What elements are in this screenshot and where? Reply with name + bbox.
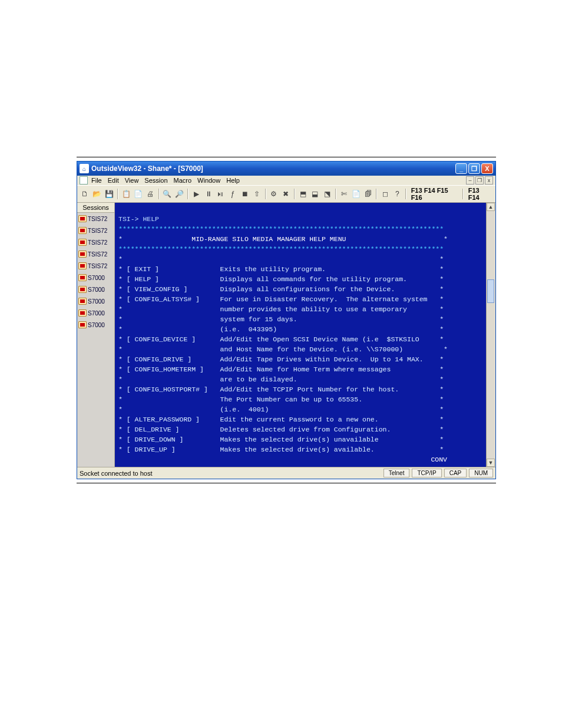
session-item[interactable]: S7000 [77,307,114,319]
window-icon[interactable]: ◻ [379,188,391,200]
terminal-heading: MID-RANGE SILO MEDIA MANAGER HELP MENU [123,235,346,243]
terminal-icon [78,227,87,234]
doc-icon[interactable]: 📄 [351,188,362,200]
settings-icon[interactable]: ⚙ [269,188,280,200]
zoomin-icon[interactable]: 🔍 [162,188,173,200]
status-bar: Socket connected to host Telnet TCP/IP C… [77,467,495,479]
session-item-label: S7000 [88,286,105,293]
menu-session[interactable]: Session [144,177,167,184]
disconnect-icon[interactable]: ✖ [280,188,292,200]
session-item-label: TSIS72 [88,228,107,234]
session-item[interactable]: S7000 [77,295,114,307]
mdi-child-bar: File Edit View Session Macro Window Help… [77,176,495,185]
fkeys-group-2[interactable]: F13 F14 [466,187,493,201]
terminal-icon [78,262,87,269]
minimize-button[interactable]: _ [455,163,467,174]
sessions-panel: Sessions TSIS72TSIS72TSIS72TSIS72TSIS72S… [77,203,115,467]
toolbar-separator [462,189,464,199]
terminal-icon [78,321,87,328]
paste-icon[interactable]: 📄 [133,188,144,200]
macro-pause-icon[interactable]: ⏸ [203,188,214,200]
maximize-button[interactable]: ❐ [468,163,480,174]
session-item-label: TSIS72 [88,216,107,222]
mdi-close-button[interactable]: x [485,176,493,185]
open-icon[interactable]: 📂 [92,188,103,200]
menubar: File Edit View Session Macro Window Help [88,176,243,185]
status-cell-transport: TCP/IP [412,469,441,477]
macro-stop-icon[interactable]: ⏹ [239,188,250,200]
scroll-thumb[interactable] [487,279,494,303]
session-item[interactable]: S7000 [77,284,114,295]
toolbar-separator [187,189,189,199]
terminal-wrap: TSI-> HELP *****************************… [115,203,495,467]
help-icon[interactable]: ? [392,188,403,200]
menu-window[interactable]: Window [197,177,220,184]
mdi-child-icon[interactable] [80,176,88,185]
vertical-scrollbar[interactable]: ▲ ▼ [486,203,495,467]
scroll-down-arrow-icon[interactable]: ▼ [487,459,495,467]
mdi-restore-button[interactable]: ❐ [475,176,484,185]
macro-step-icon[interactable]: ⏯ [215,188,226,200]
copy-icon[interactable]: 📋 [121,188,132,200]
session-item[interactable]: TSIS72 [77,248,114,260]
terminal-icon [78,298,87,305]
fkeys-group-1[interactable]: F13 F14 F15 F16 [409,187,460,201]
session-item[interactable]: TSIS72 [77,236,114,248]
terminal-prompt: TSI-> HELP [118,215,159,223]
toolbar-separator [376,189,377,199]
app-window: ⌂ OutsideView32 - Shane* - [S7000] _ ❐ X… [77,161,496,479]
docs-icon[interactable]: 🗐 [363,188,374,200]
terminal-icon [78,239,87,246]
session-item-label: S7000 [88,298,105,305]
terminal-icon [78,286,87,293]
menu-view[interactable]: View [125,177,139,184]
scroll-up-arrow-icon[interactable]: ▲ [487,203,495,211]
page-top-rule [77,157,496,157]
page-bottom-rule [77,483,496,483]
menu-macro[interactable]: Macro [174,177,192,184]
toolbar-separator [158,189,160,199]
session-item[interactable]: TSIS72 [77,260,114,272]
toolbar-separator [294,189,295,199]
new-icon[interactable]: 🗋 [80,188,91,200]
session-item[interactable]: TSIS72 [77,225,114,236]
mdi-minimize-button[interactable]: – [466,176,474,185]
close-button[interactable]: X [481,163,493,174]
work-area: Sessions TSIS72TSIS72TSIS72TSIS72TSIS72S… [77,203,495,467]
macro-play-icon[interactable]: ▶ [191,188,202,200]
app-icon: ⌂ [80,164,89,173]
session-item-label: S7000 [88,322,105,328]
titlebar[interactable]: ⌂ OutsideView32 - Shane* - [S7000] _ ❐ X [77,162,495,176]
session-item[interactable]: S7000 [77,319,114,331]
tile2-icon[interactable]: ⬓ [309,188,320,200]
window-title: OutsideView32 - Shane* - [S7000] [91,164,203,173]
toolbar: 🗋 📂 💾 📋 📄 🖨 🔍 🔎 ▶ ⏸ ⏯ ƒ ⏹ ⇧ ⚙ ✖ ⬒ ⬓ ⬔ [77,185,495,203]
status-cell-caps: CAP [444,469,467,477]
session-item[interactable]: S7000 [77,272,114,284]
terminal-icon [78,251,87,258]
cut-icon[interactable]: ✄ [339,188,350,200]
toolbar-separator [405,189,406,199]
toolbar-separator [265,189,266,199]
sessions-header: Sessions [77,203,114,213]
menu-help[interactable]: Help [226,177,240,184]
zoomout-icon[interactable]: 🔎 [174,188,185,200]
terminal-heading-line: * MID-RANGE SILO MEDIA MANAGER HELP MENU… [118,235,448,243]
session-item[interactable]: TSIS72 [77,213,114,225]
print-icon[interactable]: 🖨 [145,188,156,200]
menu-file[interactable]: File [91,177,102,184]
function-icon[interactable]: ƒ [227,188,239,200]
upload-icon[interactable]: ⇧ [252,188,263,200]
save-icon[interactable]: 💾 [104,188,115,200]
star-row-bot: ****************************************… [118,245,444,253]
terminal-icon [78,309,87,317]
session-item-label: TSIS72 [88,251,107,258]
menu-edit[interactable]: Edit [108,177,119,184]
terminal[interactable]: TSI-> HELP *****************************… [115,203,486,467]
terminal-conv: CONV [118,454,482,465]
tile3-icon[interactable]: ⬔ [322,188,333,200]
terminal-icon [78,215,87,222]
tile1-icon[interactable]: ⬒ [297,188,309,200]
terminal-body: * * * [ EXIT ] Exits the utility program… [118,255,448,453]
session-item-label: S7000 [88,310,105,317]
